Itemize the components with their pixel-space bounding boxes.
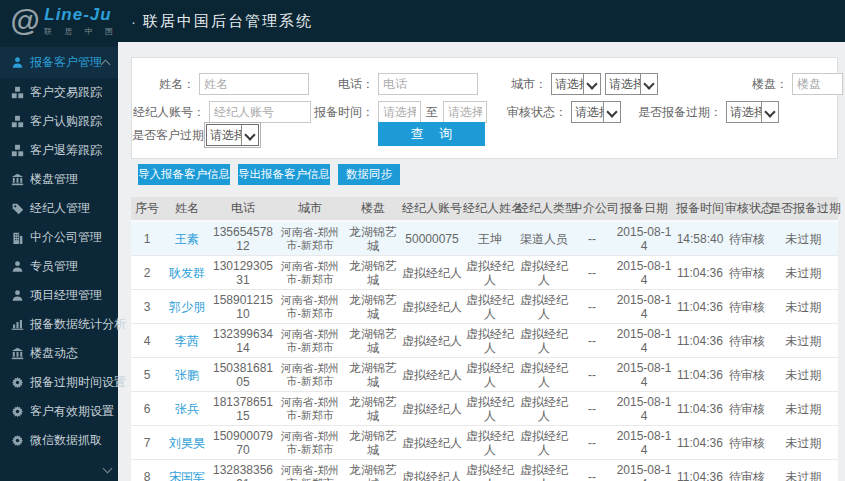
sidebar-item-label: 客户交易跟踪 bbox=[30, 84, 102, 101]
table-cell: 河南省-郑州市-新郑市 bbox=[275, 290, 345, 324]
sidebar-item-building-news[interactable]: 楼盘动态 bbox=[0, 339, 118, 368]
table-cell: 虚拟经纪人 bbox=[463, 324, 517, 358]
table-cell: 虚拟经纪人 bbox=[517, 392, 571, 426]
table-cell: 虚拟经纪人 bbox=[401, 392, 463, 426]
report-expired-field: 是否报备过期： 请选择 bbox=[592, 101, 779, 123]
customer-name-link[interactable]: 耿发群 bbox=[169, 266, 205, 280]
column-header: 姓名 bbox=[163, 197, 211, 221]
table-cell: 11:04:36 bbox=[675, 290, 725, 324]
column-header: 序号 bbox=[131, 197, 163, 221]
sidebar-item-label: 客户退筹跟踪 bbox=[30, 142, 102, 159]
table-row: 3郭少朋15890121510河南省-郑州市-新郑市龙湖锦艺城虚拟经纪人虚拟经纪… bbox=[131, 290, 838, 324]
report-time-from-input[interactable] bbox=[378, 101, 421, 123]
table-cell: 龙湖锦艺城 bbox=[345, 221, 401, 256]
phone-label: 电话： bbox=[282, 76, 378, 93]
table-cell: 未过期 bbox=[769, 221, 838, 256]
table-cell: 虚拟经纪人 bbox=[463, 392, 517, 426]
customer-name-link[interactable]: 王素 bbox=[175, 232, 199, 246]
export-report-customers-button[interactable]: 导出报备客户信息 bbox=[238, 164, 330, 185]
customer-expired-field: 是否客户过期： 请选择 bbox=[132, 124, 259, 146]
gear-icon bbox=[11, 434, 24, 447]
table-cell: 河南省-郑州市-新郑市 bbox=[275, 426, 345, 460]
table-cell: 虚拟经纪人 bbox=[517, 290, 571, 324]
sidebar-item-report-customer-mgmt[interactable]: 报备客户管理 bbox=[0, 47, 118, 78]
sidebar-item-label: 楼盘动态 bbox=[30, 345, 78, 362]
sidebar-item-building-mgmt[interactable]: 楼盘管理 bbox=[0, 165, 118, 194]
app-logo: @ Line-Ju 联 居 中 国 bbox=[10, 6, 118, 37]
table-row: 6张兵18137865115河南省-郑州市-新郑市龙湖锦艺城虚拟经纪人虚拟经纪人… bbox=[131, 392, 838, 426]
table-cell: 虚拟经纪人 bbox=[401, 256, 463, 290]
toolbar: 导入报备客户信息 导出报备客户信息 数据同步 bbox=[138, 164, 838, 185]
chevron-down-icon bbox=[761, 102, 778, 122]
table-cell: 河南省-郑州市-新郑市 bbox=[275, 358, 345, 392]
sidebar-item-customer-validity-setting[interactable]: 客户有效期设置 bbox=[0, 397, 118, 426]
city-label: 城市： bbox=[432, 76, 551, 93]
sidebar-item-wechat-data-fetch[interactable]: 微信数据抓取 bbox=[0, 426, 118, 455]
user-icon bbox=[11, 289, 24, 302]
table-cell: 2 bbox=[131, 256, 163, 290]
table-cell: 11:04:36 bbox=[675, 426, 725, 460]
data-sync-button[interactable]: 数据同步 bbox=[338, 164, 400, 185]
table-cell: 虚拟经纪人 bbox=[401, 426, 463, 460]
name-label: 姓名： bbox=[132, 76, 199, 93]
sidebar-item-agent-mgmt[interactable]: 经纪人管理 bbox=[0, 194, 118, 223]
table-cell: 未过期 bbox=[769, 392, 838, 426]
table-cell: 龙湖锦艺城 bbox=[345, 324, 401, 358]
table-cell: 虚拟经纪人 bbox=[401, 460, 463, 481]
sidebar-item-agency-mgmt[interactable]: 中介公司管理 bbox=[0, 223, 118, 252]
search-button[interactable]: 查 询 bbox=[378, 122, 485, 146]
table-cell: 13239963414 bbox=[211, 324, 275, 358]
customer-name-cell: 宋国军 bbox=[163, 460, 211, 481]
header-separator: · bbox=[131, 13, 136, 30]
table-cell: 18137865115 bbox=[211, 392, 275, 426]
sidebar-item-customer-subscribe-track[interactable]: 客户认购跟踪 bbox=[0, 107, 118, 136]
table-cell: 河南省-郑州市-新郑市 bbox=[275, 256, 345, 290]
table-cell: -- bbox=[571, 256, 613, 290]
table-cell: 河南省-郑州市-新郑市 bbox=[275, 324, 345, 358]
customer-name-link[interactable]: 宋国军 bbox=[169, 470, 205, 481]
customer-name-link[interactable]: 李茜 bbox=[175, 334, 199, 348]
sidebar-item-customer-refund-track[interactable]: 客户退筹跟踪 bbox=[0, 136, 118, 165]
building-field: 楼盘： bbox=[692, 73, 843, 95]
city-district-select[interactable]: 请选择 bbox=[605, 73, 658, 95]
customer-name-link[interactable]: 郭少朋 bbox=[169, 300, 205, 314]
customer-name-cell: 刘昊昊 bbox=[163, 426, 211, 460]
table-cell: 虚拟经纪人 bbox=[463, 460, 517, 481]
table-cell: 待审核 bbox=[725, 460, 769, 481]
sidebar-item-project-manager-mgmt[interactable]: 项目经理管理 bbox=[0, 281, 118, 310]
report-expired-label: 是否报备过期： bbox=[592, 104, 726, 121]
building-input[interactable] bbox=[792, 73, 843, 95]
cubes-icon bbox=[11, 86, 24, 99]
table-row: 7刘昊昊15090007970河南省-郑州市-新郑市龙湖锦艺城虚拟经纪人虚拟经纪… bbox=[131, 426, 838, 460]
import-report-customers-button[interactable]: 导入报备客户信息 bbox=[138, 164, 230, 185]
column-header: 报备时间 bbox=[675, 197, 725, 221]
sidebar-scroll-chevron-down-icon[interactable] bbox=[104, 458, 111, 476]
sidebar-item-customer-trade-track[interactable]: 客户交易跟踪 bbox=[0, 78, 118, 107]
customer-name-link[interactable]: 刘昊昊 bbox=[169, 436, 205, 450]
column-header: 审核状态 bbox=[725, 197, 769, 221]
table-cell: -- bbox=[571, 358, 613, 392]
customer-name-link[interactable]: 张兵 bbox=[175, 402, 199, 416]
at-logo-icon: @ bbox=[10, 6, 39, 36]
sidebar-item-report-expire-setting[interactable]: 报备过期时间设置 bbox=[0, 368, 118, 397]
sidebar-item-label: 客户认购跟踪 bbox=[30, 113, 102, 130]
table-row: 4李茜13239963414河南省-郑州市-新郑市龙湖锦艺城虚拟经纪人虚拟经纪人… bbox=[131, 324, 838, 358]
table-cell: 13565457812 bbox=[211, 221, 275, 256]
table-cell: 待审核 bbox=[725, 324, 769, 358]
table-cell: 龙湖锦艺城 bbox=[345, 290, 401, 324]
chevron-down-icon bbox=[583, 74, 600, 94]
bank-icon bbox=[11, 173, 24, 186]
customer-name-link[interactable]: 张鹏 bbox=[175, 368, 199, 382]
report-expired-select[interactable]: 请选择 bbox=[726, 101, 779, 123]
sidebar-item-report-stats-analysis[interactable]: 报备数据统计分析 bbox=[0, 310, 118, 339]
city-province-select[interactable]: 请选择 bbox=[551, 73, 601, 95]
sidebar-item-label: 专员管理 bbox=[30, 258, 78, 275]
customer-expired-select[interactable]: 请选择 bbox=[206, 124, 259, 146]
user-icon bbox=[11, 260, 24, 273]
sidebar-item-specialist-mgmt[interactable]: 专员管理 bbox=[0, 252, 118, 281]
customer-name-cell: 王素 bbox=[163, 221, 211, 256]
column-header: 经纪人姓名 bbox=[463, 197, 517, 221]
table-cell: 虚拟经纪人 bbox=[401, 324, 463, 358]
table-row: 1王素13565457812河南省-郑州市-新郑市龙湖锦艺城50000075王坤… bbox=[131, 221, 838, 256]
table-cell: 虚拟经纪人 bbox=[517, 256, 571, 290]
